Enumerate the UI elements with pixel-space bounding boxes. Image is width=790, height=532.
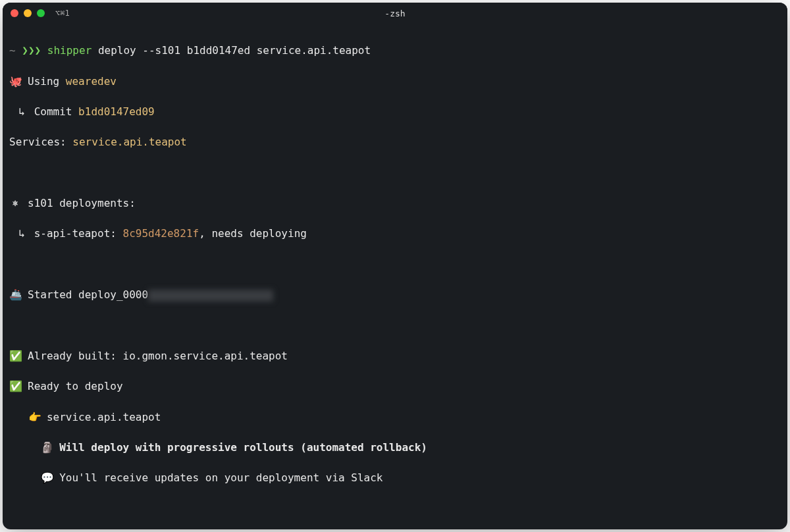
octopus-icon: 🐙: [9, 74, 21, 89]
built-text: Already built: io.gmon.service.api.teapo…: [28, 350, 288, 362]
slack-info-line: 💬 You'll receive updates on your deploym…: [9, 470, 781, 485]
deployments-header: ⎈ s101 deployments:: [9, 196, 781, 211]
window-title: -zsh: [384, 9, 405, 18]
blank-line: [9, 501, 781, 516]
prompt-path: ~: [9, 44, 16, 57]
maximize-button[interactable]: [37, 9, 45, 17]
services-label: Services:: [9, 136, 66, 148]
services-line: Services: service.api.teapot: [9, 134, 781, 149]
titlebar: ⌥⌘1 -zsh: [3, 3, 787, 24]
command-name: shipper: [47, 44, 92, 57]
blank-line: [9, 318, 781, 333]
traffic-lights: [11, 9, 45, 17]
terminal-window: ⌥⌘1 -zsh ~ ❯❯❯ shipper deploy --s101 b1d…: [3, 3, 787, 529]
commit-line: ↳ Commit b1dd0147ed09: [9, 104, 781, 119]
rollout-info-line: 🗿 Will deploy with progressive rollouts …: [9, 440, 781, 455]
deployment-status: , needs deploying: [199, 227, 307, 240]
prompt-chevrons: ❯❯❯: [22, 44, 41, 57]
services-value: service.api.teapot: [72, 136, 186, 148]
ready-service-text: service.api.teapot: [47, 411, 161, 423]
command-line: ~ ❯❯❯ shipper deploy --s101 b1dd0147ed s…: [9, 43, 781, 58]
started-text: Started deploy_0000: [28, 288, 148, 301]
ship-icon: 🚢: [9, 287, 21, 302]
deployment-service: s-api-teapot:: [34, 227, 117, 240]
ready-line: ✅ Ready to deploy: [9, 379, 781, 394]
minimize-button[interactable]: [24, 9, 32, 17]
blank-line: [9, 165, 781, 180]
blank-line: [9, 257, 781, 272]
arrow-icon: ↳: [16, 226, 28, 241]
moai-icon: 🗿: [41, 440, 53, 455]
point-icon: 👉: [28, 410, 40, 425]
ready-service-line: 👉 service.api.teapot: [9, 410, 781, 425]
speech-icon: 💬: [41, 470, 53, 485]
close-button[interactable]: [11, 9, 18, 17]
built-line: ✅ Already built: io.gmon.service.api.tea…: [9, 348, 781, 363]
tab-label: ⌥⌘1: [55, 9, 70, 18]
slack-info-text: You'll receive updates on your deploymen…: [59, 471, 382, 484]
deployment-hash: 8c95d42e821f: [123, 227, 199, 240]
started-line: 🚢 Started deploy_0000: [9, 287, 781, 302]
command-args: deploy --s101 b1dd0147ed service.api.tea…: [98, 44, 371, 57]
deployment-line: ↳ s-api-teapot: 8c95d42e821f, needs depl…: [9, 226, 781, 241]
ready-text: Ready to deploy: [28, 380, 123, 392]
redacted-content: [148, 290, 273, 302]
commit-label: Commit: [34, 105, 72, 118]
arrow-icon: ↳: [16, 104, 28, 119]
deployments-header-text: s101 deployments:: [28, 197, 136, 209]
using-value: wearedev: [66, 75, 117, 88]
check-icon: ✅: [9, 379, 21, 394]
terminal-body[interactable]: ~ ❯❯❯ shipper deploy --s101 b1dd0147ed s…: [3, 24, 787, 529]
rollout-info-text: Will deploy with progressive rollouts (a…: [59, 441, 427, 454]
commit-hash: b1dd0147ed09: [78, 105, 155, 118]
ship-wheel-icon: ⎈: [9, 196, 21, 211]
using-line: 🐙 Using wearedev: [9, 74, 781, 89]
using-label: Using: [28, 75, 59, 88]
check-icon: ✅: [9, 348, 21, 363]
